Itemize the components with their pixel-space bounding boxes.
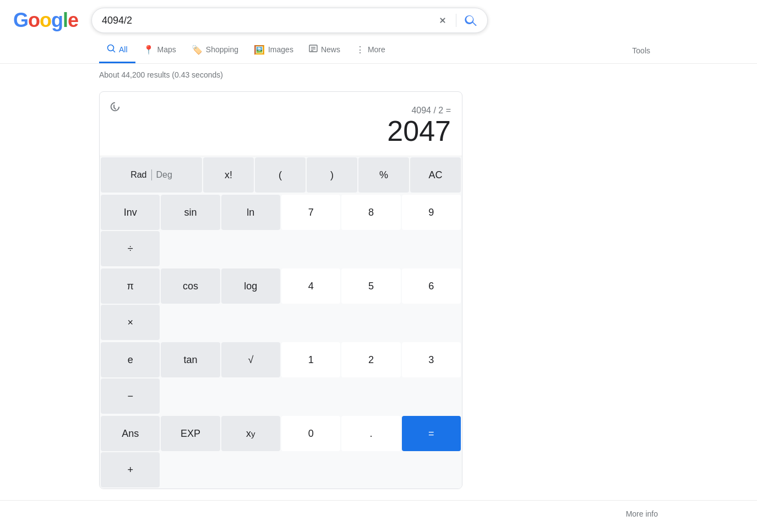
search-input[interactable]	[102, 15, 437, 26]
tab-maps-label: Maps	[157, 45, 176, 54]
tab-images[interactable]: 🖼️ Images	[246, 38, 301, 63]
tab-maps[interactable]: 📍 Maps	[135, 38, 184, 63]
tab-news-label: News	[321, 45, 340, 54]
four-button[interactable]: 4	[281, 268, 340, 304]
svg-point-0	[108, 45, 114, 51]
add-button[interactable]: +	[101, 452, 160, 487]
subtract-button[interactable]: −	[101, 379, 160, 414]
close-paren-button[interactable]: )	[307, 157, 357, 193]
divide-button[interactable]: ÷	[101, 231, 160, 266]
pi-button[interactable]: π	[101, 268, 160, 304]
calculator: 4094 / 2 = 2047 Rad Deg x! ( ) % AC Inv …	[99, 91, 462, 489]
three-button[interactable]: 3	[402, 342, 461, 377]
power-button[interactable]: xy	[221, 416, 280, 451]
google-logo: Google	[13, 9, 78, 32]
results-info: About 44,200 results (0.43 seconds)	[0, 64, 757, 86]
shopping-icon: 🏷️	[192, 45, 203, 55]
nine-button[interactable]: 9	[402, 195, 461, 230]
calc-buttons: Rad Deg x! ( ) % AC Inv sin ln 7 8 9 ÷ π…	[100, 156, 462, 489]
percent-button[interactable]: %	[358, 157, 409, 193]
calc-display-top: 4094 / 2 =	[108, 101, 451, 116]
maps-icon: 📍	[143, 45, 154, 55]
ans-button[interactable]: Ans	[101, 416, 160, 451]
svg-line-1	[113, 50, 115, 52]
calc-expression: 4094 / 2 =	[411, 106, 451, 116]
search-bar-divider	[456, 14, 456, 27]
search-button[interactable]	[464, 14, 477, 27]
seven-button[interactable]: 7	[281, 195, 340, 230]
more-info: More info	[0, 505, 757, 523]
ln-button[interactable]: ln	[221, 195, 280, 230]
zero-button[interactable]: 0	[281, 416, 340, 451]
bottom-divider	[0, 500, 757, 501]
tab-all[interactable]: All	[99, 37, 135, 63]
sqrt-button[interactable]: √	[221, 342, 280, 377]
history-icon[interactable]	[108, 101, 121, 116]
tab-more[interactable]: ⋮ More	[348, 38, 393, 63]
rad-deg-divider	[151, 169, 152, 180]
calc-row-3: π cos log 4 5 6 ×	[100, 267, 462, 341]
tab-images-label: Images	[268, 45, 293, 54]
calc-row-2: Inv sin ln 7 8 9 ÷	[100, 194, 462, 267]
sin-button[interactable]: sin	[161, 195, 220, 230]
ac-button[interactable]: AC	[410, 157, 461, 193]
deg-label: Deg	[156, 170, 172, 180]
e-button[interactable]: e	[101, 342, 160, 377]
rad-label: Rad	[130, 170, 146, 180]
tab-all-label: All	[119, 45, 128, 54]
tan-button[interactable]: tan	[161, 342, 220, 377]
one-button[interactable]: 1	[281, 342, 340, 377]
tools-button[interactable]: Tools	[624, 40, 658, 62]
tab-shopping-label: Shopping	[206, 45, 238, 54]
more-icon: ⋮	[356, 45, 364, 55]
decimal-button[interactable]: .	[341, 416, 400, 451]
six-button[interactable]: 6	[402, 268, 461, 304]
search-bar	[91, 8, 488, 33]
images-icon: 🖼️	[254, 45, 265, 55]
news-icon	[309, 44, 318, 55]
equals-button[interactable]: =	[402, 416, 461, 451]
tab-news[interactable]: News	[301, 37, 348, 63]
calc-display: 4094 / 2 = 2047	[100, 92, 462, 156]
tab-shopping[interactable]: 🏷️ Shopping	[184, 38, 246, 63]
multiply-button[interactable]: ×	[101, 305, 160, 340]
tab-more-label: More	[368, 45, 385, 54]
calc-row-1: Rad Deg x! ( ) % AC	[100, 156, 462, 194]
header: Google	[0, 0, 757, 33]
cos-button[interactable]: cos	[161, 268, 220, 304]
five-button[interactable]: 5	[341, 268, 400, 304]
calc-row-5: Ans EXP xy 0 . = +	[100, 415, 462, 489]
factorial-button[interactable]: x!	[203, 157, 254, 193]
clear-button[interactable]	[437, 15, 448, 26]
inv-button[interactable]: Inv	[101, 195, 160, 230]
nav-tabs: All 📍 Maps 🏷️ Shopping 🖼️ Images News ⋮ …	[0, 33, 757, 64]
eight-button[interactable]: 8	[341, 195, 400, 230]
two-button[interactable]: 2	[341, 342, 400, 377]
rad-deg-button[interactable]: Rad Deg	[101, 157, 202, 193]
exp-button[interactable]: EXP	[161, 416, 220, 451]
log-button[interactable]: log	[221, 268, 280, 304]
calc-result: 2047	[108, 116, 451, 147]
open-paren-button[interactable]: (	[255, 157, 306, 193]
calc-row-4: e tan √ 1 2 3 −	[100, 341, 462, 415]
all-icon	[107, 44, 116, 55]
